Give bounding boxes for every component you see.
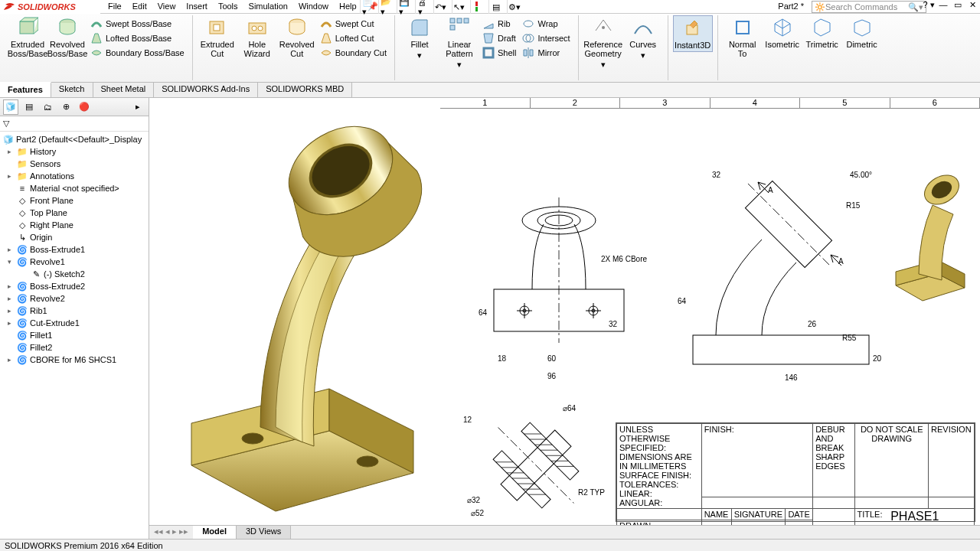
svg-rect-13 xyxy=(450,25,455,30)
feature-icon: 🌀 xyxy=(17,342,28,353)
search-input[interactable]: 🔆 Search Commands🔍▾ xyxy=(812,1,926,13)
normal-to-button[interactable]: Normal To xyxy=(723,15,763,60)
undo-icon[interactable]: ↶▾ xyxy=(433,0,447,14)
tree-item[interactable]: ↳Origin xyxy=(0,231,149,243)
menu-edit[interactable]: Edit xyxy=(128,0,152,13)
feature-manager-panel: 🧊 ▤ 🗂 ⊕ 🔴 ▸ ▽ 🧊Part2 (Default<<Default>_… xyxy=(0,98,149,539)
drawing-title-block: UNLESS OTHERWISE SPECIFIED: DIMENSIONS A… xyxy=(616,422,975,522)
viewtab-model[interactable]: Model xyxy=(193,526,237,539)
menu-file[interactable]: File xyxy=(103,0,126,13)
tab-addins[interactable]: SOLIDWORKS Add-Ins xyxy=(154,83,258,97)
tree-item[interactable]: ◇Right Plane xyxy=(0,219,149,231)
svg-point-15 xyxy=(524,21,533,27)
minimize-icon[interactable]: — xyxy=(937,0,949,10)
intersect-button[interactable]: Intersect xyxy=(519,31,573,45)
feature-tree: 🧊Part2 (Default<<Default>_Display ▸📁Hist… xyxy=(0,132,149,367)
close-icon[interactable]: ✕ xyxy=(966,0,978,10)
graphics-viewport[interactable]: 123456 64 32 1 xyxy=(149,98,980,539)
tree-item[interactable]: ✎(-) Sketch2 xyxy=(0,268,149,280)
configuration-tab-icon[interactable]: 🗂 xyxy=(40,99,55,115)
lofted-cut-button[interactable]: Lofted Cut xyxy=(317,31,390,45)
new-icon[interactable]: 📄▾ xyxy=(360,0,374,14)
open-icon[interactable]: 📂▾ xyxy=(378,0,392,14)
settings-icon[interactable]: ⚙▾ xyxy=(507,0,521,14)
trimetric-button[interactable]: Trimetric xyxy=(802,15,842,51)
rib-button[interactable]: Rib xyxy=(479,17,519,31)
boundary-boss-button[interactable]: Boundary Boss/Base xyxy=(87,46,188,60)
dim-45deg: 45.00° xyxy=(850,171,872,179)
mirror-button[interactable]: Mirror xyxy=(519,46,573,60)
swept-boss-button[interactable]: Swept Boss/Base xyxy=(87,17,188,31)
menu-help[interactable]: Help xyxy=(335,0,361,13)
display-manager-tab-icon[interactable]: 🔴 xyxy=(77,99,92,115)
lofted-boss-button[interactable]: Lofted Boss/Base xyxy=(87,31,188,45)
extruded-cut-button[interactable]: Extruded Cut xyxy=(198,15,237,60)
hole-wizard-button[interactable]: Hole Wizard xyxy=(237,15,277,60)
tree-item[interactable]: ≡Material <not specified> xyxy=(0,182,149,194)
tree-item[interactable]: ◇Front Plane xyxy=(0,194,149,207)
tree-item[interactable]: ▸🌀CBORE for M6 SHCS1 xyxy=(0,354,149,366)
curves-button[interactable]: Curves▾ xyxy=(623,15,663,61)
feature-icon: 🌀 xyxy=(17,305,28,316)
isometric-button[interactable]: Isometric xyxy=(763,15,802,51)
document-title: Part2 * xyxy=(778,2,804,11)
revolved-boss-button[interactable]: Revolved Boss/Base xyxy=(47,15,87,60)
tab-mbd[interactable]: SOLIDWORKS MBD xyxy=(258,83,352,97)
tree-item[interactable]: ▸🌀Boss-Extrude2 xyxy=(0,280,149,292)
swept-cut-button[interactable]: Swept Cut xyxy=(317,17,390,31)
svg-rect-1 xyxy=(475,7,478,11)
save-icon[interactable]: 💾▾ xyxy=(397,0,410,14)
select-icon[interactable]: ↖▾ xyxy=(452,0,466,14)
fillet-button[interactable]: Fillet▾ xyxy=(400,15,439,61)
svg-rect-40 xyxy=(521,422,579,480)
linear-pattern-button[interactable]: Linear Pattern▾ xyxy=(439,15,479,70)
dimetric-button[interactable]: Dimetric xyxy=(842,15,882,51)
instant3d-button[interactable]: Instant3D xyxy=(673,15,713,52)
extruded-boss-button[interactable]: Extruded Boss/Base xyxy=(8,15,47,60)
options-list-icon[interactable]: ▤ xyxy=(488,0,502,14)
tab-sheet-metal[interactable]: Sheet Metal xyxy=(93,83,155,97)
tree-item[interactable]: ▸🌀Revolve2 xyxy=(0,292,149,305)
drawing-zone-ruler: 123456 xyxy=(440,98,980,109)
tree-item[interactable]: 📁Sensors xyxy=(0,158,149,170)
tab-features[interactable]: Features xyxy=(0,82,51,97)
reference-geometry-button[interactable]: Reference Geometry▾ xyxy=(583,15,623,70)
tree-item[interactable]: ▸🌀Boss-Extrude1 xyxy=(0,243,149,256)
svg-point-21 xyxy=(242,433,263,444)
tree-item[interactable]: ▸🌀Rib1 xyxy=(0,305,149,317)
tree-root[interactable]: 🧊Part2 (Default<<Default>_Display xyxy=(0,133,149,145)
viewtab-3dviews[interactable]: 3D Views xyxy=(237,526,291,539)
revolved-cut-button[interactable]: Revolved Cut xyxy=(277,15,317,60)
dim-r15: R15 xyxy=(846,201,860,210)
tree-item[interactable]: ◇Top Plane xyxy=(0,207,149,219)
svg-rect-12 xyxy=(464,18,469,23)
menu-simulation[interactable]: Simulation xyxy=(244,0,292,13)
tree-item[interactable]: ▸📁History xyxy=(0,145,149,158)
tree-item[interactable]: 🌀Fillet2 xyxy=(0,341,149,354)
help-icon[interactable]: ? ▾ xyxy=(923,0,935,10)
feature-tree-tab-icon[interactable]: 🧊 xyxy=(3,99,18,115)
tab-sketch[interactable]: Sketch xyxy=(51,83,93,97)
tree-item[interactable]: ▸🌀Cut-Extrude1 xyxy=(0,317,149,329)
tree-item[interactable]: ▾🌀Revolve1 xyxy=(0,256,149,268)
feature-icon: ↳ xyxy=(17,232,28,243)
svg-line-37 xyxy=(748,184,829,265)
dim-d64: ⌀64 xyxy=(563,404,576,412)
menu-tools[interactable]: Tools xyxy=(214,0,243,13)
menu-window[interactable]: Window xyxy=(294,0,333,13)
draft-button[interactable]: Draft xyxy=(479,31,519,45)
panel-expand-icon[interactable]: ▸ xyxy=(130,99,145,115)
menu-insert[interactable]: Insert xyxy=(181,0,212,13)
rebuild-icon[interactable] xyxy=(470,0,484,14)
filter-icon[interactable]: ▽ xyxy=(3,119,9,129)
tree-item[interactable]: 🌀Fillet1 xyxy=(0,329,149,341)
shell-button[interactable]: Shell xyxy=(479,46,519,60)
wrap-button[interactable]: Wrap xyxy=(519,17,573,31)
menu-view[interactable]: View xyxy=(153,0,181,13)
dimxpert-tab-icon[interactable]: ⊕ xyxy=(58,99,74,115)
property-manager-tab-icon[interactable]: ▤ xyxy=(21,99,37,115)
boundary-cut-button[interactable]: Boundary Cut xyxy=(317,46,390,60)
print-icon[interactable]: 🖨▾ xyxy=(415,0,429,14)
tree-item[interactable]: ▸📁Annotations xyxy=(0,170,149,182)
restore-icon[interactable]: ▭ xyxy=(952,0,964,10)
